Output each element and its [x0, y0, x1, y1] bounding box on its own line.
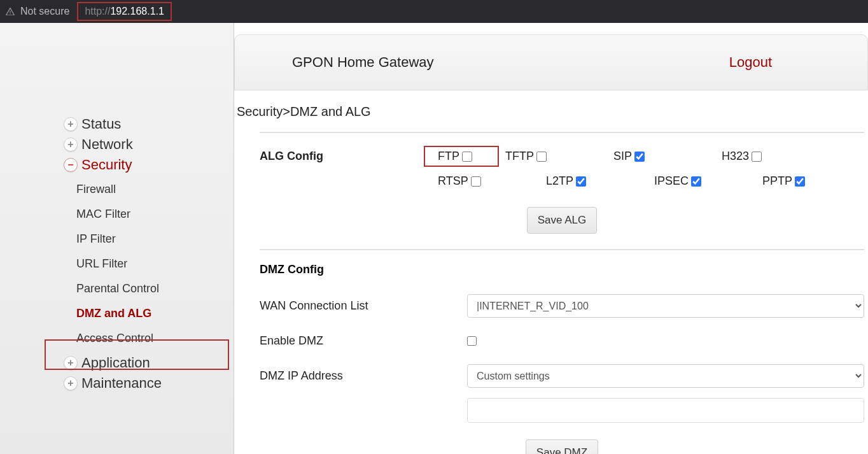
sidebar-item-status[interactable]: + Status	[64, 116, 234, 132]
sidebar-sub-access-control[interactable]: Access Control	[76, 326, 234, 351]
wan-connection-select[interactable]: |INTERNET_R_VID_100	[467, 294, 864, 318]
alg-config-heading: ALG Config	[260, 146, 438, 163]
plus-icon: +	[64, 138, 78, 152]
dmz-ip-select[interactable]: Custom settings	[467, 364, 864, 388]
alg-h323-checkbox[interactable]	[752, 152, 762, 162]
sidebar-item-maintenance[interactable]: + Maintenance	[64, 375, 234, 392]
main-content: GPON Home Gateway Logout Security>DMZ an…	[234, 23, 868, 454]
dmz-ip-input[interactable]	[467, 398, 864, 423]
sidebar-sub-parental-control[interactable]: Parental Control	[76, 276, 234, 301]
sidebar-item-application[interactable]: + Application	[64, 355, 234, 371]
plus-icon: +	[64, 376, 78, 390]
sidebar-sub-mac-filter[interactable]: MAC Filter	[76, 202, 234, 227]
sidebar-sub-firewall[interactable]: Firewall	[76, 177, 234, 202]
breadcrumb: Security>DMZ and ALG	[237, 104, 868, 119]
sidebar-label-security: Security	[81, 157, 132, 173]
url-host: 192.168.1.1	[110, 6, 164, 17]
enable-dmz-label: Enable DMZ	[260, 334, 467, 348]
alg-rtsp-label: RTSP	[438, 174, 468, 188]
browser-address-bar: Not secure http://192.168.1.1	[0, 0, 868, 23]
alg-l2tp-label: L2TP	[546, 174, 573, 188]
alg-l2tp-checkbox[interactable]	[576, 176, 586, 187]
alg-tftp-checkbox[interactable]	[536, 152, 547, 162]
sidebar-label-application: Application	[81, 355, 150, 371]
sidebar-label-maintenance: Maintenance	[81, 375, 162, 392]
sidebar-sub-dmz-alg[interactable]: DMZ and ALG	[76, 301, 234, 326]
url-prefix: http://	[85, 6, 110, 17]
alg-ipsec-label: IPSEC	[654, 174, 689, 188]
sidebar-sub-security: Firewall MAC Filter IP Filter URL Filter…	[64, 177, 234, 351]
enable-dmz-checkbox[interactable]	[467, 336, 477, 346]
alg-pptp-label: PPTP	[762, 174, 792, 188]
logout-link[interactable]: Logout	[729, 54, 772, 71]
header-bar: GPON Home Gateway Logout	[234, 34, 868, 90]
dmz-ip-label: DMZ IP Address	[260, 369, 467, 383]
save-dmz-button[interactable]: Save DMZ	[526, 439, 598, 454]
sidebar-item-security[interactable]: − Security	[64, 157, 234, 173]
save-alg-button[interactable]: Save ALG	[527, 207, 598, 234]
plus-icon: +	[64, 356, 78, 370]
alg-sip-label: SIP	[613, 150, 632, 163]
wan-connection-label: WAN Connection List	[260, 299, 467, 313]
sidebar-sub-ip-filter[interactable]: IP Filter	[76, 227, 234, 252]
sidebar-label-status: Status	[81, 116, 121, 132]
alg-tftp-label: TFTP	[505, 150, 534, 163]
warning-icon	[5, 6, 15, 17]
not-secure-label: Not secure	[20, 6, 69, 17]
sidebar-sub-url-filter[interactable]: URL Filter	[76, 252, 234, 276]
dmz-config-heading: DMZ Config	[260, 263, 864, 276]
alg-ipsec-checkbox[interactable]	[691, 176, 701, 187]
alg-ftp-label: FTP	[438, 150, 459, 163]
minus-icon: −	[64, 158, 78, 172]
alg-rtsp-checkbox[interactable]	[471, 176, 481, 187]
alg-pptp-checkbox[interactable]	[795, 176, 805, 187]
alg-ftp-highlight-box: FTP	[424, 146, 499, 167]
sidebar: + Status + Network − Security Firewall M…	[0, 23, 234, 454]
alg-h323-label: H323	[722, 150, 749, 163]
alg-sip-checkbox[interactable]	[634, 152, 645, 162]
alg-ftp-checkbox[interactable]	[462, 152, 472, 162]
sidebar-item-network[interactable]: + Network	[64, 136, 234, 153]
page-title: GPON Home Gateway	[292, 54, 434, 71]
url-highlight-box: http://192.168.1.1	[77, 2, 172, 21]
sidebar-label-network: Network	[81, 136, 133, 153]
plus-icon: +	[64, 117, 78, 131]
